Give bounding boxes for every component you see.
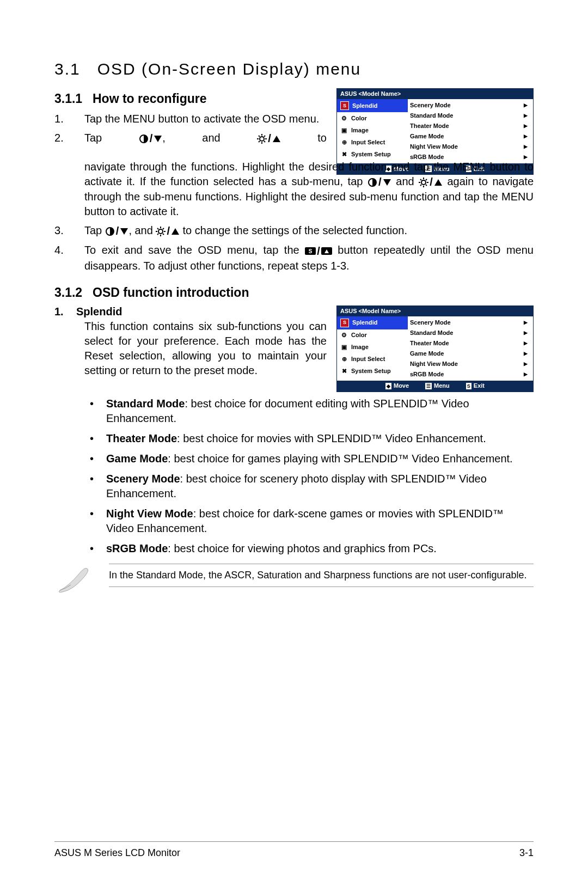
brightness-up-icon: / [156,224,180,239]
svg-line-19 [426,179,427,180]
subsection-heading: 3.1.1How to reconfigure [54,91,327,106]
svg-line-17 [426,185,427,186]
brightness-up-icon: / [419,175,443,190]
osd-title: ASUS <Model Name> [337,89,533,99]
bullet-srgb: sRGB Mode: best choice for viewing photo… [84,541,534,556]
splendid-heading: 1.Splendid [54,305,327,318]
subsection-title: How to reconfigure [93,91,207,106]
step-2-start: Tap /, and / to [54,131,327,146]
footer-right: 3-1 [519,847,534,859]
section-heading: 3.1 OSD (On-Screen Display) menu [54,60,534,78]
svg-line-9 [264,136,265,137]
svg-line-7 [264,141,265,142]
contrast-down-icon: / [139,131,163,146]
svg-line-28 [157,234,158,235]
color-icon: ⚙ [340,114,348,122]
bullet-standard: Standard Mode: best choice for document … [84,396,534,426]
svg-point-1 [260,137,264,141]
section-number: 3.1 [54,60,81,78]
subsection-number: 3.1.1 [54,91,93,106]
svg-point-11 [421,180,426,185]
svg-line-29 [163,228,164,229]
setup-icon: ✖ [340,150,348,158]
svg-line-26 [157,228,158,229]
step-4: To exit and save the OSD menu, tap the S… [54,243,534,273]
subsection-title-2: OSD function introduction [93,285,249,300]
contrast-down-icon: / [367,175,391,190]
footer-left: ASUS M Series LCD Monitor [54,847,180,859]
splendid-icon: S [340,101,349,110]
svg-line-16 [420,179,421,180]
note-block: In the Standard Mode, the ASCR, Saturati… [54,564,534,598]
bullet-scenery: Scenery Mode: best choice for scenery ph… [84,472,534,501]
step-1: Tap the MENU button to activate the OSD … [54,112,327,126]
pen-icon [54,564,98,598]
image-icon: ▣ [340,126,348,134]
step-3: Tap /, and / to change the settings of t… [54,223,534,239]
osd-screenshot-2: ASUS <Model Name> SSplendid ⚙Color ▣Imag… [336,305,534,392]
subsection-number-2: 3.1.2 [54,285,93,300]
page-footer: ASUS M Series LCD Monitor 3-1 [54,841,534,859]
input-icon: ⊕ [340,138,348,146]
bullet-theater: Theater Mode: best choice for movies wit… [84,431,534,446]
brightness-up-icon: / [257,131,281,146]
svg-text:S: S [309,248,313,254]
mode-bullets: Standard Mode: best choice for document … [84,396,534,556]
svg-line-6 [259,136,260,137]
svg-point-21 [158,229,163,234]
contrast-down-icon: / [105,224,129,239]
step-2-cont: navigate through the functions. Highligh… [54,160,534,219]
subsection-heading-2: 3.1.2OSD function introduction [54,285,534,300]
note-text: In the Standard Mode, the ASCR, Saturati… [109,564,534,587]
svg-line-27 [163,234,164,235]
bullet-nightview: Night View Mode: best choice for dark-sc… [84,506,534,536]
section-title: OSD (On-Screen Display) menu [97,60,361,78]
exit-button-icon: S/ [305,244,332,259]
svg-line-8 [259,141,260,142]
bullet-game: Game Mode: best choice for games playing… [84,451,534,466]
osd-left-menu: SSplendid ⚙Color ▣Image ⊕Input Select ✖S… [337,99,408,163]
svg-line-18 [420,185,421,186]
splendid-body: This function contains six sub-functions… [54,319,327,378]
osd-right-menu: Scenery Mode▶ Standard Mode▶ Theater Mod… [408,99,533,163]
